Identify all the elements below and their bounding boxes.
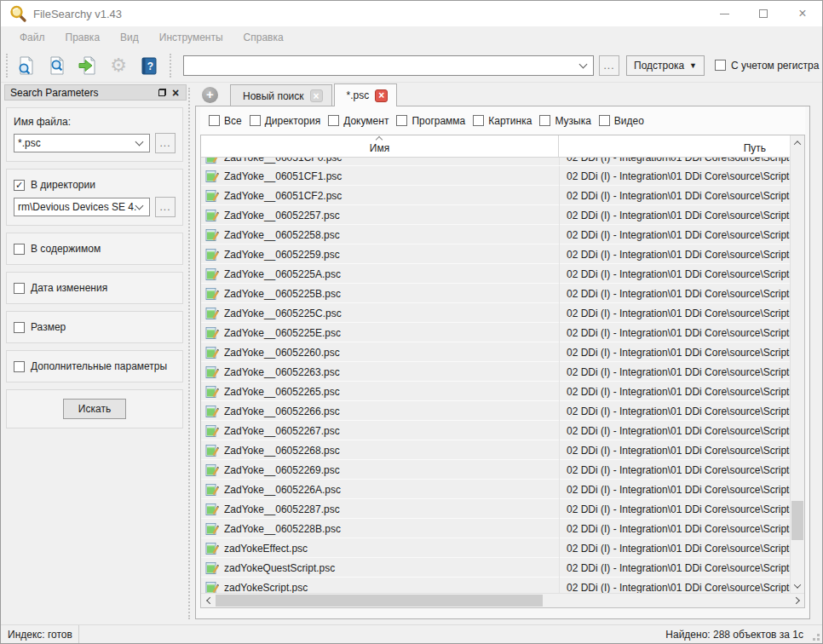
close-panel-button[interactable]: ×	[169, 87, 182, 99]
table-row[interactable]: ZadYoke__06052265.psc 02 DDi (I) - Integ…	[201, 382, 790, 401]
search-button[interactable]: Искать	[63, 399, 126, 419]
scroll-down-button[interactable]	[791, 578, 804, 593]
menu-edit[interactable]: Правка	[55, 28, 111, 47]
vertical-scrollbar[interactable]	[790, 135, 804, 593]
help-button[interactable]: ?	[135, 52, 164, 79]
directory-combo[interactable]: rm\Devious Devices SE 4.3	[14, 198, 150, 216]
search-text-combo[interactable]	[183, 55, 594, 76]
content-checkbox[interactable]	[14, 244, 25, 255]
horizontal-scroll-thumb[interactable]	[216, 595, 543, 607]
table-row[interactable]: ZadYoke__06052263.psc 02 DDi (I) - Integ…	[201, 362, 790, 382]
match-mode-select[interactable]: Подстрока ▼	[626, 55, 705, 76]
search-text-browse-button[interactable]: ...	[599, 55, 619, 76]
resize-grip[interactable]	[817, 638, 820, 641]
type-filter-checkbox[interactable]	[473, 115, 484, 126]
tab-close-icon[interactable]: ×	[375, 89, 388, 102]
tab-psc[interactable]: *.psc ×	[334, 83, 398, 106]
scroll-left-button[interactable]	[201, 594, 216, 607]
chevron-down-icon[interactable]	[579, 60, 588, 68]
table-row[interactable]: ZadYoke__06052257.psc 02 DDi (I) - Integ…	[201, 205, 790, 225]
search-in-results-button[interactable]	[43, 52, 72, 79]
type-filter[interactable]: Видео	[599, 115, 644, 127]
type-filter[interactable]: Документ	[328, 115, 388, 127]
minimize-button[interactable]	[705, 1, 744, 26]
type-filter-checkbox[interactable]	[396, 115, 407, 126]
table-row[interactable]: ZadYoke__06052269.psc 02 DDi (I) - Integ…	[201, 460, 790, 480]
file-name-cell: ZadYoke__06051CF0.psc	[201, 158, 559, 166]
table-row[interactable]: ZadYoke__06052266.psc 02 DDi (I) - Integ…	[201, 401, 790, 421]
chevron-down-icon[interactable]	[135, 202, 144, 210]
menu-file[interactable]: Файл	[9, 28, 55, 47]
table-row[interactable]: zadYokeEffect.psc 02 DDi (I) - Integrati…	[201, 538, 790, 558]
scroll-up-button[interactable]	[791, 135, 804, 150]
tab-new-search[interactable]: Новый поиск ×	[230, 84, 332, 106]
type-filter-label: Директория	[265, 115, 320, 127]
table-row[interactable]: ZadYoke__0605228B.psc 02 DDi (I) - Integ…	[201, 519, 790, 538]
table-row[interactable]: ZadYoke__06051CF1.psc 02 DDi (I) - Integ…	[201, 166, 790, 186]
type-filter-checkbox[interactable]	[328, 115, 339, 126]
table-row[interactable]: ZadYoke__0605226A.psc 02 DDi (I) - Integ…	[201, 480, 790, 499]
type-filter-checkbox[interactable]	[250, 115, 261, 126]
table-row[interactable]: ZadYoke__06052258.psc 02 DDi (I) - Integ…	[201, 225, 790, 244]
type-filter-checkbox[interactable]	[209, 115, 220, 126]
table-row[interactable]: ZadYoke__06052268.psc 02 DDi (I) - Integ…	[201, 440, 790, 460]
type-filter[interactable]: Директория	[250, 115, 320, 127]
settings-button[interactable]: ⚙	[104, 52, 133, 79]
file-name-cell: ZadYoke__06052266.psc	[201, 401, 559, 421]
directory-browse-button[interactable]: ...	[155, 197, 176, 217]
type-filter[interactable]: Программа	[396, 115, 465, 127]
case-sensitive-option[interactable]: С учетом регистра	[715, 60, 819, 72]
table-row[interactable]: ZadYoke__06051CF0.psc 02 DDi (I) - Integ…	[201, 158, 790, 166]
column-header-path[interactable]: Путь	[559, 135, 790, 157]
table-row[interactable]: ZadYoke__0605225C.psc 02 DDi (I) - Integ…	[201, 303, 790, 323]
table-row[interactable]: ZadYoke__0605225B.psc 02 DDi (I) - Integ…	[201, 284, 790, 303]
chevron-down-icon	[794, 581, 801, 588]
add-tab-button[interactable]: +	[202, 87, 218, 103]
file-name: zadYokeQuestScript.psc	[224, 562, 335, 574]
extra-params-label: Дополнительные параметры	[31, 360, 167, 372]
file-name-cell: ZadYoke__06052260.psc	[201, 342, 559, 362]
chevron-down-icon[interactable]	[135, 138, 144, 147]
menu-tools[interactable]: Инструменты	[149, 28, 233, 47]
table-row[interactable]: ZadYoke__06052259.psc 02 DDi (I) - Integ…	[201, 244, 790, 264]
panel-splitter[interactable]	[188, 88, 195, 619]
case-sensitive-checkbox[interactable]	[715, 60, 726, 71]
table-row[interactable]: ZadYoke__06052287.psc 02 DDi (I) - Integ…	[201, 499, 790, 519]
type-filter[interactable]: Картинка	[473, 115, 532, 127]
table-row[interactable]: zadYokeScript.psc 02 DDi (I) - Integrati…	[201, 578, 790, 593]
scroll-right-button[interactable]	[790, 594, 804, 607]
table-row[interactable]: ZadYoke__06052267.psc 02 DDi (I) - Integ…	[201, 421, 790, 440]
extra-params-checkbox[interactable]	[14, 361, 25, 372]
table-row[interactable]: ZadYoke__06051CF2.psc 02 DDi (I) - Integ…	[201, 186, 790, 205]
open-result-button[interactable]	[73, 52, 102, 79]
horizontal-scrollbar[interactable]	[201, 593, 804, 607]
table-row[interactable]: zadYokeQuestScript.psc 02 DDi (I) - Inte…	[201, 558, 790, 578]
date-checkbox[interactable]	[14, 283, 25, 294]
menu-view[interactable]: Вид	[110, 28, 149, 47]
horizontal-scroll-track[interactable]	[216, 594, 790, 607]
type-filter[interactable]: Все	[209, 115, 242, 127]
float-panel-button[interactable]	[155, 87, 169, 99]
toolbar-drag-handle[interactable]	[6, 54, 11, 78]
filename-combo[interactable]: *.psc	[14, 134, 150, 152]
maximize-button[interactable]	[744, 1, 783, 26]
search-text-input[interactable]	[184, 56, 580, 75]
filename-browse-button[interactable]: ...	[155, 133, 176, 153]
table-row[interactable]: ZadYoke__0605225A.psc 02 DDi (I) - Integ…	[201, 264, 790, 284]
file-name: ZadYoke__06052260.psc	[224, 347, 340, 359]
new-search-button[interactable]	[12, 52, 41, 79]
size-checkbox[interactable]	[14, 322, 25, 333]
close-button[interactable]: ×	[783, 1, 822, 26]
type-filter-checkbox[interactable]	[539, 115, 550, 126]
tab-close-icon[interactable]: ×	[310, 89, 323, 102]
column-header-name[interactable]: Имя	[201, 135, 559, 157]
file-name-cell: zadYokeEffect.psc	[201, 538, 559, 558]
table-row[interactable]: ZadYoke__06052260.psc 02 DDi (I) - Integ…	[201, 342, 790, 362]
type-filter-checkbox[interactable]	[599, 115, 610, 126]
vertical-scroll-track[interactable]	[791, 150, 804, 578]
directory-checkbox[interactable]	[14, 180, 25, 191]
vertical-scroll-thumb[interactable]	[791, 501, 803, 539]
type-filter[interactable]: Музыка	[539, 115, 590, 127]
table-row[interactable]: ZadYoke__0605225E.psc 02 DDi (I) - Integ…	[201, 323, 790, 342]
menu-help[interactable]: Справка	[233, 28, 294, 47]
